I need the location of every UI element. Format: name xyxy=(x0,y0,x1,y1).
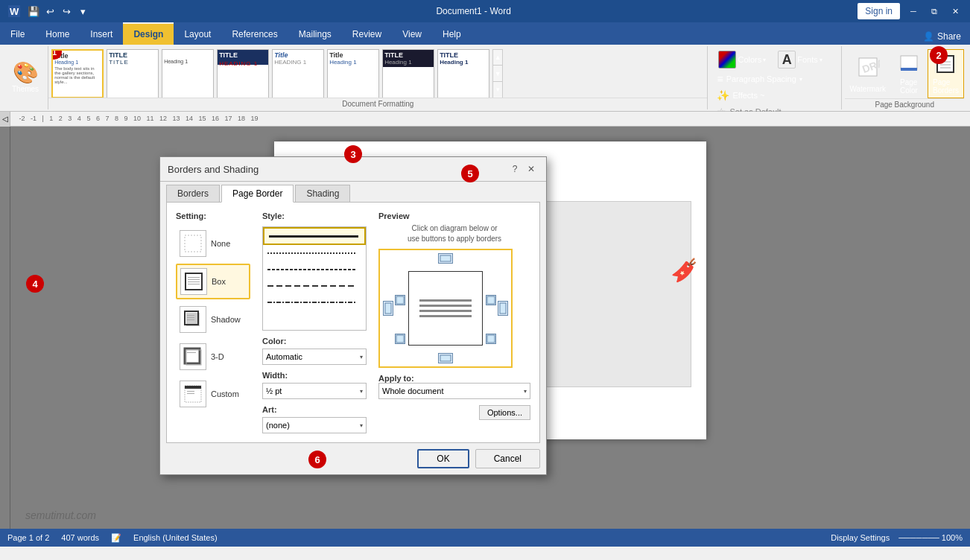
tab-mailings[interactable]: Mailings xyxy=(288,22,342,45)
cancel-button[interactable]: Cancel xyxy=(475,449,540,468)
setting-shadow[interactable]: Shadow xyxy=(176,302,250,337)
annotation-4: 4 xyxy=(26,275,44,293)
zoom-control[interactable]: ─────── 100% xyxy=(898,533,963,542)
style-solid[interactable] xyxy=(263,227,366,245)
setting-none[interactable]: None xyxy=(176,226,250,261)
share-button[interactable]: 👤 Share xyxy=(914,28,970,45)
setting-3d-label: 3-D xyxy=(211,352,224,361)
dialog-help-button[interactable]: ? xyxy=(507,162,522,176)
style-dotted2[interactable] xyxy=(263,261,366,278)
theme-2[interactable]: Title Heading 1 xyxy=(162,49,214,98)
setting-box-icon xyxy=(180,268,207,295)
preview-bottom-border-button[interactable] xyxy=(438,353,453,363)
svg-rect-5 xyxy=(901,68,917,71)
svg-rect-26 xyxy=(187,391,194,392)
art-select[interactable]: (none) ▾ xyxy=(262,417,367,433)
theme-1[interactable]: TITLE TITLE xyxy=(107,49,159,98)
color-select-arrow: ▾ xyxy=(360,354,363,360)
theme-7[interactable]: TITLE Heading 1 xyxy=(437,49,489,98)
sign-in-button[interactable]: Sign in xyxy=(858,3,900,19)
width-select[interactable]: ½ pt ▾ xyxy=(262,383,367,399)
save-icon[interactable]: 💾 xyxy=(27,4,40,18)
svg-rect-33 xyxy=(440,255,451,261)
apply-to-row: Apply to: xyxy=(378,374,530,383)
page-borders-button[interactable]: Page Borders xyxy=(928,49,964,98)
options-button[interactable]: Options... xyxy=(479,405,530,420)
dialog-close-button[interactable]: ✕ xyxy=(524,162,539,176)
document-area: ⚓ 🔖 semutimut.com 3 Borders and Shading … xyxy=(10,127,970,529)
tab-borders[interactable]: Borders xyxy=(166,185,220,202)
minimize-button[interactable]: ─ xyxy=(906,4,921,19)
page-borders-icon xyxy=(934,53,957,77)
close-button[interactable]: ✕ xyxy=(948,4,963,19)
style-dashed1[interactable] xyxy=(263,278,366,294)
theme-6[interactable]: TITLE Heading 1 xyxy=(382,49,434,98)
quick-access-toolbar: 💾 ↩ ↪ ▾ xyxy=(27,4,89,18)
preview-line-2 xyxy=(419,305,472,307)
customize-icon[interactable]: ▾ xyxy=(76,4,89,18)
redo-icon[interactable]: ↪ xyxy=(60,4,73,18)
theme-3[interactable]: TITLE HEADING 1 xyxy=(217,49,269,98)
theme-normal[interactable]: Title Heading 1 The body text sits in th… xyxy=(51,49,104,98)
page-indicator: Page 1 of 2 xyxy=(7,533,49,542)
paragraph-spacing-button[interactable]: ≡ Paragraph Spacing ▾ xyxy=(714,71,835,86)
svg-rect-25 xyxy=(185,386,201,389)
gallery-scroll-down[interactable]: ▾ xyxy=(493,82,502,98)
tab-references[interactable]: References xyxy=(221,22,288,45)
page-color-button[interactable]: Page Color xyxy=(893,50,925,98)
ruler-toggle[interactable]: ◁ xyxy=(0,112,10,127)
ok-button[interactable]: OK xyxy=(417,449,469,468)
gallery-scroll-mid[interactable]: ▼ xyxy=(493,66,502,82)
preview-top-border-button[interactable] xyxy=(438,253,453,264)
preview-topleft-button[interactable] xyxy=(395,295,405,305)
tab-layout[interactable]: Layout xyxy=(174,22,221,45)
svg-rect-6 xyxy=(937,56,954,72)
tab-home[interactable]: Home xyxy=(35,22,80,45)
color-select[interactable]: Automatic ▾ xyxy=(262,349,367,365)
colors-button[interactable]: Colors ▾ xyxy=(714,49,770,70)
effects-button[interactable]: ✨ Effects ~ xyxy=(714,88,835,103)
undo-icon[interactable]: ↩ xyxy=(43,4,57,18)
display-settings[interactable]: Display Settings xyxy=(831,533,890,542)
setting-custom-icon xyxy=(180,381,206,407)
svg-rect-23 xyxy=(187,352,196,353)
dialog-body: Setting: None 4 xyxy=(166,202,540,443)
restore-button[interactable]: ⧉ xyxy=(927,4,942,19)
fonts-button[interactable]: A Fonts ▾ xyxy=(773,49,827,70)
word-count: 407 words xyxy=(61,533,99,542)
setting-box[interactable]: 4 Box xyxy=(176,264,250,299)
gallery-scroll[interactable]: ▲ ▼ ▾ xyxy=(492,49,503,98)
tab-review[interactable]: Review xyxy=(342,22,392,45)
gallery-scroll-up[interactable]: ▲ xyxy=(493,50,502,66)
style-dotted1[interactable] xyxy=(263,245,366,261)
tab-page-border[interactable]: Page Border xyxy=(221,185,294,203)
theme-4[interactable]: Title HEADING 1 xyxy=(272,49,324,98)
style-list[interactable] xyxy=(262,226,367,331)
tab-design[interactable]: Design xyxy=(123,22,174,45)
preview-left-border-button[interactable] xyxy=(383,301,393,316)
page-color-icon xyxy=(898,53,920,77)
watermark-button[interactable]: DRAFT Watermark xyxy=(845,52,890,96)
setting-3d[interactable]: 3-D xyxy=(176,340,250,374)
setting-custom[interactable]: Custom xyxy=(176,377,250,411)
preview-bottomright-button[interactable] xyxy=(486,334,496,344)
style-dashed2[interactable] xyxy=(263,294,366,311)
svg-rect-34 xyxy=(440,355,451,361)
theme-5[interactable]: Title Heading 1 xyxy=(327,49,379,98)
apply-to-select[interactable]: Whole document ▾ xyxy=(378,383,530,399)
themes-button[interactable]: 🎨 Themes xyxy=(6,49,45,106)
tab-insert[interactable]: Insert xyxy=(80,22,123,45)
art-select-arrow: ▾ xyxy=(360,422,363,429)
word-logo[interactable]: W xyxy=(7,4,21,18)
setting-none-icon xyxy=(180,230,206,257)
tab-view[interactable]: View xyxy=(392,22,432,45)
share-icon: 👤 xyxy=(923,31,934,42)
preview-topright-button[interactable] xyxy=(486,295,496,305)
svg-rect-20 xyxy=(187,319,194,320)
borders-shading-dialog[interactable]: 3 Borders and Shading ? ✕ Borders Page B… xyxy=(159,156,547,475)
preview-bottomleft-button[interactable] xyxy=(395,334,405,344)
tab-file[interactable]: File xyxy=(0,22,35,45)
preview-right-border-button[interactable] xyxy=(498,301,508,316)
tab-shading[interactable]: Shading xyxy=(295,185,350,202)
tab-help[interactable]: Help xyxy=(432,22,472,45)
